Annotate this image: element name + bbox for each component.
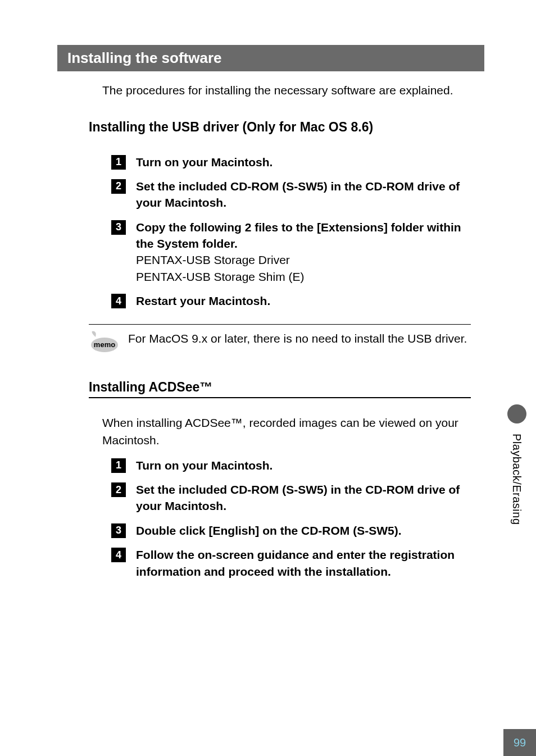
step-text: Turn on your Macintosh. bbox=[136, 457, 272, 473]
step-item: 4 Follow the on-screen guidance and ente… bbox=[111, 546, 471, 580]
step-item: 1 Turn on your Macintosh. bbox=[111, 457, 471, 473]
step-item: 2 Set the included CD-ROM (S-SW5) in the… bbox=[111, 481, 471, 514]
memo-block: memo For MacOS 9.x or later, there is no… bbox=[89, 324, 471, 355]
step-desc: PENTAX-USB Storage Driver PENTAX-USB Sto… bbox=[136, 253, 305, 283]
step-bold: Restart your Macintosh. bbox=[136, 294, 270, 307]
memo-text: For MacOS 9.x or later, there is no need… bbox=[128, 330, 467, 347]
step-item: 1 Turn on your Macintosh. bbox=[111, 154, 471, 170]
step-number-box: 2 bbox=[111, 482, 126, 497]
step-number-box: 4 bbox=[111, 294, 126, 308]
step-bold: Double click [English] on the CD-ROM (S-… bbox=[136, 524, 402, 537]
step-bold: Set the included CD-ROM (S-SW5) in the C… bbox=[136, 180, 460, 209]
side-tab-label: Playback/Erasing bbox=[510, 434, 523, 525]
step-item: 2 Set the included CD-ROM (S-SW5) in the… bbox=[111, 178, 471, 211]
step-text: Turn on your Macintosh. bbox=[136, 154, 272, 170]
step-number-box: 4 bbox=[111, 548, 126, 562]
step-text: Double click [English] on the CD-ROM (S-… bbox=[136, 522, 402, 539]
step-text: Restart your Macintosh. bbox=[136, 293, 270, 309]
step-item: 3 Copy the following 2 files to the [Ext… bbox=[111, 219, 471, 285]
tab-circle-icon bbox=[507, 404, 526, 423]
step-number-box: 3 bbox=[111, 523, 126, 538]
section-title: Installing the software bbox=[57, 45, 484, 71]
step-text: Set the included CD-ROM (S-SW5) in the C… bbox=[136, 481, 471, 514]
step-number-box: 2 bbox=[111, 179, 126, 194]
step-text: Copy the following 2 files to the [Exten… bbox=[136, 219, 471, 285]
intro2-text: When installing ACDSee™, recorded images… bbox=[102, 414, 471, 449]
step-item: 4 Restart your Macintosh. bbox=[111, 293, 471, 309]
step-bold: Set the included CD-ROM (S-SW5) in the C… bbox=[136, 483, 460, 512]
intro-text: The procedures for installing the necess… bbox=[102, 81, 471, 99]
step-bold: Turn on your Macintosh. bbox=[136, 156, 272, 168]
step-bold: Turn on your Macintosh. bbox=[136, 459, 272, 472]
page-number: 99 bbox=[503, 729, 536, 756]
memo-label-text: memo bbox=[94, 340, 115, 349]
memo-icon: memo bbox=[89, 328, 122, 355]
step-number-box: 1 bbox=[111, 155, 126, 170]
side-tab: Playback/Erasing bbox=[503, 404, 536, 618]
subsection1-title: Installing the USB driver (Only for Mac … bbox=[89, 120, 471, 135]
step-text: Set the included CD-ROM (S-SW5) in the C… bbox=[136, 178, 471, 211]
step-bold: Follow the on-screen guidance and enter … bbox=[136, 548, 455, 577]
step-number-box: 3 bbox=[111, 220, 126, 235]
subsection2-title: Installing ACDSee™ bbox=[89, 380, 471, 398]
step-item: 3 Double click [English] on the CD-ROM (… bbox=[111, 522, 471, 539]
step-number-box: 1 bbox=[111, 458, 126, 473]
step-bold: Copy the following 2 files to the [Exten… bbox=[136, 221, 461, 250]
step-text: Follow the on-screen guidance and enter … bbox=[136, 546, 471, 580]
page-container: Installing the software The procedures f… bbox=[0, 0, 536, 756]
